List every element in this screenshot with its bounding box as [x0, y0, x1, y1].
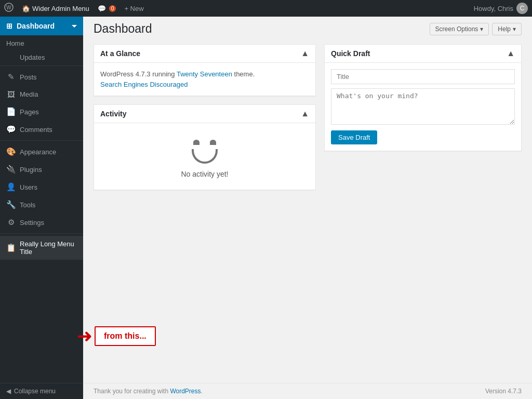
- right-eye: [210, 140, 216, 145]
- wordpress-link[interactable]: WordPress: [170, 388, 201, 395]
- help-button[interactable]: Help ▾: [492, 23, 522, 35]
- activity-smiley: No activity yet!: [100, 129, 309, 183]
- collapse-icon: ◀: [6, 388, 11, 395]
- appearance-icon: 🎨: [6, 147, 16, 156]
- new-content-button[interactable]: + New: [120, 0, 148, 17]
- sidebar-item-settings[interactable]: ⚙ Settings: [0, 214, 83, 231]
- quick-draft-widget: Quick Draft ▲ Save Draft: [324, 44, 522, 151]
- posts-icon: ✎: [6, 72, 16, 82]
- svg-text:W: W: [6, 5, 11, 10]
- admin-bar: W 🏠 Wider Admin Menu 💬 0 + New Howdy, Ch…: [0, 0, 532, 17]
- page-footer: Thank you for creating with WordPress. V…: [83, 383, 532, 399]
- screen-options-button[interactable]: Screen Options ▾: [430, 23, 489, 35]
- sidebar: ⊞ Dashboard Home Updates ✎ Posts 🖼 Media…: [0, 17, 83, 399]
- wp-logo-icon[interactable]: W: [4, 3, 14, 15]
- users-icon: 👤: [6, 182, 16, 192]
- comments-icon: 💬: [98, 5, 106, 12]
- chevron-down-icon2: ▾: [513, 25, 516, 33]
- sidebar-item-users[interactable]: 👤 Users: [0, 178, 83, 196]
- at-a-glance-toggle[interactable]: ▲: [301, 49, 309, 58]
- sidebar-item-tools[interactable]: 🔧 Tools: [0, 196, 83, 214]
- sidebar-item-plugins[interactable]: 🔌 Plugins: [0, 161, 83, 178]
- callout-box: from this...: [95, 326, 156, 346]
- activity-title: Activity: [100, 110, 127, 118]
- twenty-seventeen-link[interactable]: Twenty Seventeen: [177, 70, 232, 78]
- quick-draft-header: Quick Draft ▲: [325, 45, 521, 63]
- divider2: [0, 140, 83, 141]
- activity-widget: Activity ▲ No activity yet!: [94, 104, 316, 190]
- site-name[interactable]: 🏠 Wider Admin Menu: [18, 0, 94, 17]
- sidebar-item-dashboard[interactable]: ⊞ Dashboard: [0, 17, 83, 35]
- search-engines-discouraged-link[interactable]: Search Engines Discouraged: [100, 81, 188, 88]
- save-draft-button[interactable]: Save Draft: [331, 130, 377, 144]
- user-menu[interactable]: Howdy, Chris C: [474, 3, 528, 14]
- quick-draft-toggle[interactable]: ▲: [507, 49, 515, 58]
- pages-icon: 📄: [6, 107, 16, 116]
- really-long-icon: 📋: [6, 243, 16, 252]
- footer-thank-you: Thank you for creating with WordPress.: [94, 388, 203, 395]
- at-a-glance-widget: At a Glance ▲ WordPress 4.7.3 running Tw…: [94, 44, 316, 96]
- activity-header: Activity ▲: [94, 105, 315, 123]
- sidebar-item-pages[interactable]: 📄 Pages: [0, 103, 83, 121]
- sidebar-item-really-long[interactable]: 📋 Really Long Menu Title: [0, 236, 83, 260]
- no-activity-text: No activity yet!: [181, 170, 228, 178]
- sidebar-item-posts[interactable]: ✎ Posts: [0, 68, 83, 86]
- divider: [0, 65, 83, 66]
- smiley-mouth: [192, 149, 218, 164]
- sidebar-item-appearance[interactable]: 🎨 Appearance: [0, 143, 83, 161]
- chevron-down-icon: ▾: [480, 25, 483, 33]
- header-buttons: Screen Options ▾ Help ▾: [430, 23, 522, 35]
- at-a-glance-text: WordPress 4.7.3 running Twenty Seventeen…: [100, 69, 309, 89]
- footer-version: Version 4.7.3: [485, 388, 522, 395]
- tools-icon: 🔧: [6, 200, 16, 209]
- callout-arrow-icon: ➜: [77, 325, 92, 347]
- dashboard-icon: ⊞: [6, 22, 12, 30]
- comments-menu-icon: 💬: [6, 125, 16, 134]
- quick-draft-title: Quick Draft: [331, 49, 370, 58]
- at-a-glance-header: At a Glance ▲: [94, 45, 315, 63]
- collapse-menu-button[interactable]: ◀ Collapse menu: [0, 383, 83, 399]
- media-icon: 🖼: [6, 90, 16, 99]
- activity-toggle[interactable]: ▲: [301, 109, 309, 118]
- page-header: Dashboard Screen Options ▾ Help ▾: [83, 17, 532, 36]
- at-a-glance-body: WordPress 4.7.3 running Twenty Seventeen…: [94, 63, 315, 96]
- callout-annotation: ➜ from this...: [77, 325, 156, 347]
- activity-body: No activity yet!: [94, 123, 315, 190]
- settings-icon: ⚙: [6, 218, 16, 227]
- draft-title-input[interactable]: [331, 69, 515, 84]
- comments-button[interactable]: 💬 0: [94, 0, 121, 17]
- sidebar-item-comments[interactable]: 💬 Comments: [0, 121, 83, 138]
- sidebar-item-updates[interactable]: Updates: [0, 51, 83, 63]
- divider3: [0, 233, 83, 234]
- quick-draft-body: Save Draft: [325, 63, 521, 151]
- home-icon: 🏠: [22, 5, 30, 12]
- page-title: Dashboard: [94, 22, 152, 36]
- sidebar-item-home[interactable]: Home: [0, 35, 83, 51]
- plugins-icon: 🔌: [6, 165, 16, 174]
- avatar: C: [516, 3, 528, 14]
- right-column: Quick Draft ▲ Save Draft: [324, 44, 522, 375]
- smiley-eyes: [193, 140, 216, 145]
- left-eye: [193, 140, 200, 145]
- at-a-glance-title: At a Glance: [100, 49, 140, 58]
- sidebar-item-media[interactable]: 🖼 Media: [0, 86, 83, 103]
- draft-body-input[interactable]: [331, 88, 515, 125]
- chevron-icon: [72, 25, 77, 28]
